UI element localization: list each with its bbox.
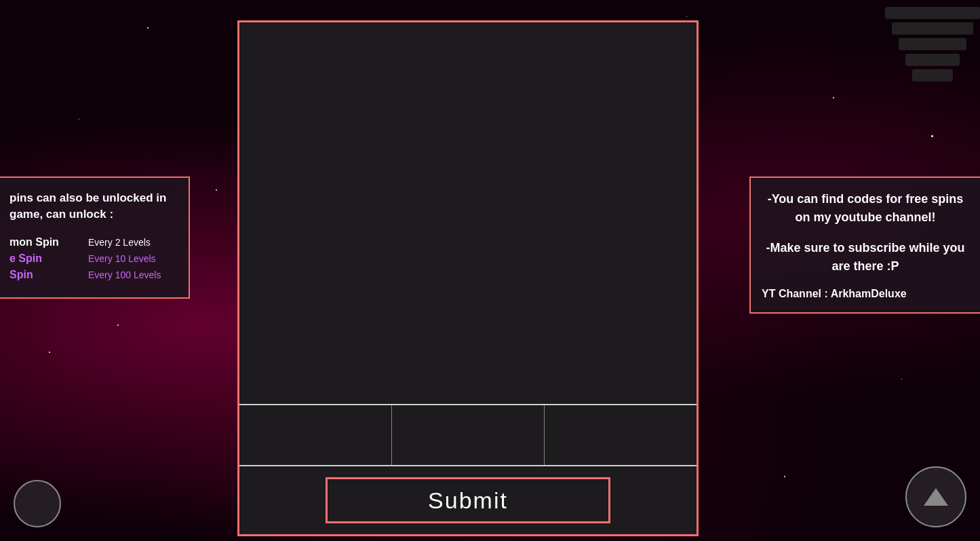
- spin-row-epic: Spin Every 100 Levels: [9, 269, 179, 281]
- spin-level-epic: Every 100 Levels: [88, 269, 161, 280]
- center-panel: Submit: [237, 20, 699, 536]
- arrow-up-icon: [924, 488, 948, 506]
- top-right-decoration: [871, 0, 980, 81]
- right-codes-text: -You can find codes for free spins on my…: [762, 190, 969, 227]
- input-area: [239, 405, 697, 466]
- spin-row-rare: e Spin Every 10 Levels: [9, 253, 179, 265]
- submit-button[interactable]: Submit: [326, 477, 610, 523]
- center-display-area: [239, 22, 697, 404]
- input-col-1: [239, 405, 392, 465]
- spin-level-common: Every 2 Levels: [88, 237, 151, 248]
- spin-row-common: mon Spin Every 2 Levels: [9, 236, 179, 248]
- input-col-3: [545, 405, 697, 465]
- right-subscribe-text: -Make sure to subscribe while you are th…: [762, 239, 969, 276]
- bottom-left-button[interactable]: [14, 480, 61, 527]
- bottom-right-button[interactable]: [905, 466, 966, 527]
- right-info-panel: -You can find codes for free spins on my…: [749, 176, 980, 314]
- left-info-panel: pins can also be unlocked in game, can u…: [0, 176, 190, 299]
- input-col-2: [392, 405, 545, 465]
- spin-label-epic: Spin: [9, 269, 84, 281]
- left-panel-description: pins can also be unlocked in game, can u…: [9, 190, 179, 223]
- spin-label-common: mon Spin: [9, 236, 84, 248]
- spin-level-rare: Every 10 Levels: [88, 253, 156, 264]
- submit-area: Submit: [239, 466, 697, 534]
- spin-label-rare: e Spin: [9, 253, 84, 265]
- right-channel-text: YT Channel : ArkhamDeluxe: [762, 288, 969, 300]
